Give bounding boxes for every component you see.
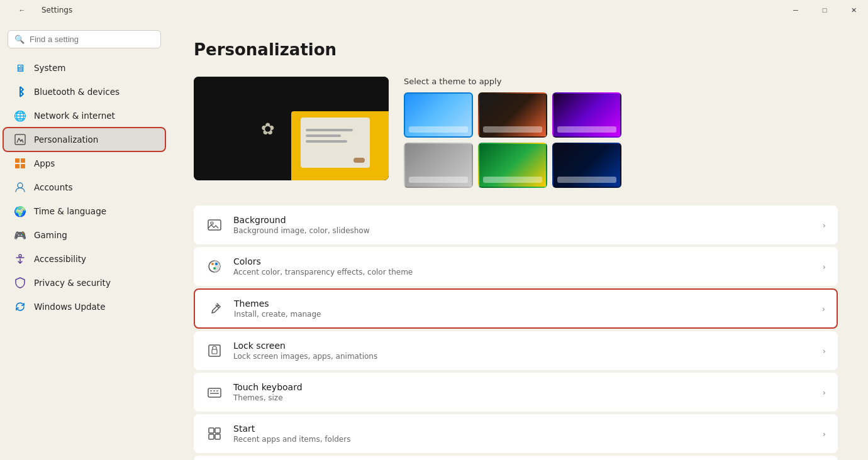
svg-rect-18	[216, 390, 218, 392]
sidebar-item-personalization[interactable]: Personalization	[4, 128, 165, 151]
sidebar-item-label: Apps	[34, 158, 55, 168]
page-title: Personalization	[194, 40, 838, 59]
sidebar-item-network[interactable]: 🌐 Network & internet	[4, 104, 165, 127]
svg-point-12	[213, 267, 216, 270]
theme-thumbnail-tropic[interactable]	[478, 143, 547, 188]
touch-keyboard-chevron: ›	[823, 388, 826, 397]
svg-rect-14	[212, 349, 217, 354]
background-chevron: ›	[823, 221, 826, 230]
accessibility-icon	[14, 253, 26, 265]
start-desc: Recent apps and items, folders	[233, 435, 813, 444]
svg-rect-21	[215, 428, 220, 433]
themes-icon	[206, 300, 224, 317]
theme-thumbnail-gray1[interactable]	[404, 143, 473, 188]
touch-keyboard-desc: Themes, size	[233, 393, 813, 402]
preview-dot	[353, 158, 365, 163]
settings-item-lock-screen[interactable]: Lock screen Lock screen images, apps, an…	[194, 331, 838, 370]
settings-item-themes[interactable]: Themes Install, create, manage ›	[194, 288, 838, 329]
svg-point-11	[215, 263, 218, 265]
lock-screen-icon	[206, 342, 223, 359]
theme-thumbnail-win11[interactable]	[404, 92, 473, 138]
lock-screen-title: Lock screen	[233, 341, 813, 351]
close-button[interactable]: ✕	[839, 0, 868, 20]
back-button[interactable]: ←	[8, 0, 36, 20]
svg-rect-1	[15, 158, 19, 163]
preview-line-2	[306, 134, 341, 137]
theme-thumb-bar	[557, 177, 616, 183]
start-chevron: ›	[823, 429, 826, 439]
search-box[interactable]: 🔍	[8, 30, 161, 48]
preview-window	[301, 118, 370, 168]
theme-thumb-bar	[483, 126, 542, 133]
sidebar-item-gaming[interactable]: 🎮 Gaming	[4, 224, 165, 246]
svg-rect-17	[213, 390, 215, 392]
themes-desc: Install, create, manage	[234, 310, 812, 319]
start-icon	[206, 425, 223, 442]
theme-thumb-bar	[409, 126, 468, 133]
search-input[interactable]	[30, 35, 154, 44]
settings-item-background[interactable]: Background Background image, color, slid…	[194, 205, 838, 244]
svg-rect-19	[210, 393, 219, 394]
sidebar-item-system[interactable]: 🖥 System	[4, 57, 165, 79]
svg-rect-2	[21, 158, 25, 163]
network-icon: 🌐	[14, 109, 26, 122]
app-title: Settings	[42, 6, 72, 14]
privacy-icon	[14, 277, 26, 289]
svg-rect-4	[21, 164, 25, 168]
svg-point-5	[18, 183, 23, 188]
settings-item-start[interactable]: Start Recent apps and items, folders ›	[194, 414, 838, 453]
sidebar-item-label: Accounts	[34, 182, 73, 192]
background-desc: Background image, color, slideshow	[233, 226, 813, 235]
sidebar-item-bluetooth[interactable]: Bluetooth & devices	[4, 80, 165, 103]
svg-rect-16	[210, 390, 212, 392]
start-text: Start Recent apps and items, folders	[233, 424, 813, 444]
theme-thumbnail-dark[interactable]	[552, 143, 621, 188]
gaming-icon: 🎮	[14, 229, 26, 241]
settings-item-taskbar[interactable]: Taskbar ›	[194, 456, 838, 460]
sidebar-item-label: Privacy & security	[34, 278, 111, 288]
theme-grid-section: Select a theme to apply	[404, 77, 838, 188]
themes-chevron: ›	[822, 304, 825, 314]
sidebar-item-time[interactable]: 🌍 Time & language	[4, 200, 165, 222]
background-title: Background	[233, 215, 813, 225]
settings-item-touch-keyboard[interactable]: Touch keyboard Themes, size ›	[194, 373, 838, 412]
bluetooth-icon	[14, 85, 26, 98]
sidebar-item-privacy[interactable]: Privacy & security	[4, 271, 165, 294]
maximize-button[interactable]: □	[810, 0, 839, 20]
theme-thumbnail-floral[interactable]	[478, 92, 547, 138]
touch-keyboard-text: Touch keyboard Themes, size	[233, 382, 813, 402]
main-content: Personalization ✿ Select a th	[169, 20, 868, 460]
accounts-icon	[14, 181, 26, 194]
colors-title: Colors	[233, 256, 813, 266]
sidebar-item-accessibility[interactable]: Accessibility	[4, 248, 165, 270]
svg-point-6	[19, 255, 21, 257]
sidebar-item-accounts[interactable]: Accounts	[4, 176, 165, 199]
system-icon: 🖥	[14, 62, 26, 74]
minimize-button[interactable]: ─	[781, 0, 810, 20]
theme-thumb-bar	[409, 177, 468, 183]
sidebar: 🔍 🖥 System Bluetooth & devices 🌐 Network…	[0, 20, 169, 460]
sidebar-item-label: Accessibility	[34, 254, 86, 264]
colors-desc: Accent color, transparency effects, colo…	[233, 268, 813, 277]
theme-thumbnail-neon[interactable]	[552, 92, 621, 138]
svg-point-10	[211, 263, 214, 265]
update-icon	[14, 300, 26, 313]
sidebar-item-label: Time & language	[34, 206, 106, 216]
svg-rect-23	[215, 434, 220, 439]
theme-preview: ✿	[194, 77, 389, 180]
sidebar-item-label: Bluetooth & devices	[34, 87, 120, 97]
sidebar-item-update[interactable]: Windows Update	[4, 295, 165, 318]
app-body: 🔍 🖥 System Bluetooth & devices 🌐 Network…	[0, 20, 868, 460]
sidebar-item-apps[interactable]: Apps	[4, 152, 165, 175]
svg-rect-20	[209, 428, 214, 433]
colors-chevron: ›	[823, 262, 826, 271]
titlebar: ← Settings ─ □ ✕	[0, 0, 868, 20]
settings-item-colors[interactable]: Colors Accent color, transparency effect…	[194, 247, 838, 286]
background-icon	[206, 216, 223, 234]
preview-logo: ✿	[261, 119, 275, 138]
preview-line-1	[306, 129, 353, 131]
theme-thumb-bar	[557, 126, 616, 133]
background-text: Background Background image, color, slid…	[233, 215, 813, 235]
sidebar-item-label: Windows Update	[34, 302, 105, 312]
lock-screen-text: Lock screen Lock screen images, apps, an…	[233, 341, 813, 361]
